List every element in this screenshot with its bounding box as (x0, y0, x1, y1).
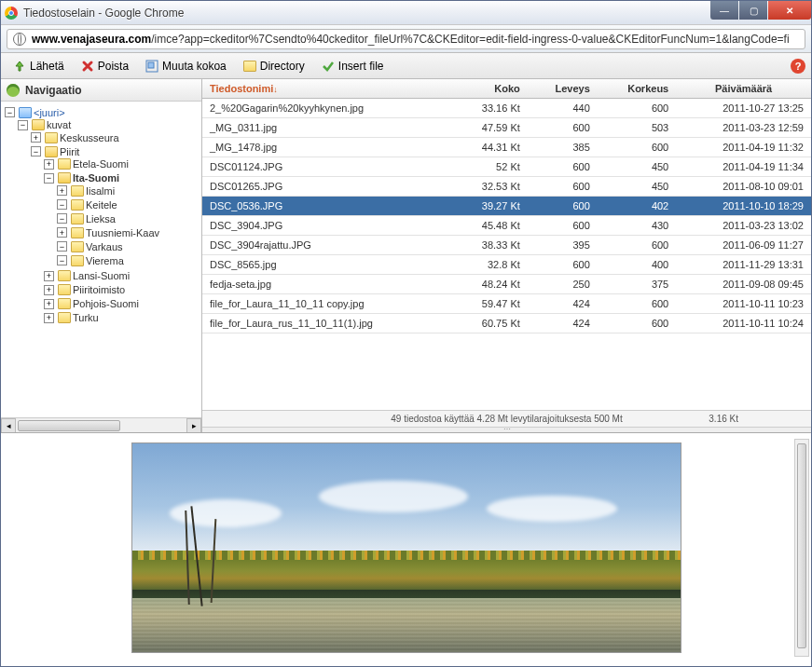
folder-icon (243, 60, 256, 73)
table-row[interactable]: DSC_8565.jpg32.8 Kt6004002011-11-29 13:3… (202, 255, 811, 275)
folder-icon (71, 241, 84, 252)
maximize-button[interactable]: ▢ (739, 1, 767, 20)
table-row[interactable]: file_for_Laura_rus_11_10_11(1).jpg60.75 … (202, 314, 811, 334)
folder-icon (71, 227, 84, 238)
tree-item-lieksa[interactable]: −Lieksa (57, 213, 201, 225)
table-row[interactable]: 2_%20Gagarin%20kyyhkynen.jpg33.16 Kt4406… (202, 99, 811, 118)
navigation-header: Navigaatio (1, 79, 201, 102)
table-row[interactable]: _MG_1478.jpg44.31 Kt3856002011-04-19 11:… (202, 138, 811, 157)
sort-ascending-icon: ↓ (273, 85, 278, 94)
tree-item-pohjois-suomi[interactable]: +Pohjois-Suomi (44, 298, 201, 309)
help-button[interactable]: ? (791, 59, 805, 74)
upload-button[interactable]: Lähetä (7, 57, 71, 75)
close-button[interactable]: ✕ (768, 1, 811, 20)
folder-icon (71, 199, 84, 211)
folder-icon (58, 312, 71, 323)
quota-status: 49 tiedostoa käyttää 4.28 Mt levytilaraj… (202, 410, 811, 427)
toolbar: Lähetä Poista Muuta kokoa Directory Inse… (1, 53, 811, 79)
tree-item-etela-suomi[interactable]: +Etela-Suomi (44, 158, 201, 170)
column-header-width[interactable]: Leveys (528, 79, 598, 99)
image-preview (1, 433, 811, 666)
delete-button[interactable]: Poista (75, 57, 135, 75)
minimize-button[interactable]: — (710, 1, 738, 20)
tree-item-iisalmi[interactable]: +Iisalmi (57, 185, 201, 197)
tree-item-keitele[interactable]: −Keitele (57, 199, 201, 211)
table-header-row: Tiedostonimi↓ Koko Leveys Korkeus Päiväm… (202, 79, 811, 99)
folder-open-icon (32, 119, 45, 130)
titlebar: Tiedostoselain - Google Chrome — ▢ ✕ (1, 1, 811, 25)
folder-icon (45, 132, 58, 143)
window-title: Tiedostoselain - Google Chrome (23, 7, 184, 20)
preview-image (131, 442, 681, 653)
tree-item-kuvat[interactable]: −kuvat (18, 119, 201, 130)
nav-horizontal-scrollbar[interactable]: ◂▸ (1, 417, 201, 432)
tree-item-piirit[interactable]: −Piirit (31, 146, 201, 157)
tree-item-piiritoimisto[interactable]: +Piiritoimisto (44, 284, 201, 295)
column-header-name[interactable]: Tiedostonimi↓ (202, 79, 453, 99)
check-icon (322, 60, 335, 73)
column-header-date[interactable]: Päivämäärä (676, 79, 811, 99)
resize-button[interactable]: Muuta kokoa (139, 57, 233, 75)
resize-icon (145, 60, 158, 73)
folder-icon (58, 270, 71, 281)
tree-item-vierema[interactable]: −Vierema (57, 255, 201, 266)
folder-icon (58, 284, 71, 295)
column-header-size[interactable]: Koko (453, 79, 528, 99)
folder-icon (58, 158, 71, 170)
table-row[interactable]: file_for_Laura_11_10_11 copy.jpg59.47 Kt… (202, 294, 811, 314)
table-row[interactable]: fedja-seta.jpg48.24 Kt2503752011-09-08 0… (202, 275, 811, 294)
folder-icon (71, 213, 84, 225)
delete-icon (81, 60, 94, 73)
file-list-panel: Tiedostonimi↓ Koko Leveys Korkeus Päiväm… (202, 79, 811, 432)
folder-icon (71, 255, 84, 266)
addressbar: www.venajaseura.com/imce?app=ckeditor%7C… (1, 25, 811, 53)
url-field[interactable]: www.venajaseura.com/imce?app=ckeditor%7C… (7, 29, 805, 49)
table-row[interactable]: DSC_3904.JPG45.48 Kt6004302011-03-23 13:… (202, 216, 811, 236)
tree-item-root[interactable]: −<juuri> (5, 107, 201, 118)
folder-icon (71, 185, 84, 197)
folder-tree[interactable]: −<juuri> −kuvat +Keskusseura −Piirit +Et… (1, 102, 201, 417)
tree-icon (7, 84, 20, 97)
tree-item-tuusniemi[interactable]: +Tuusniemi-Kaav (57, 227, 201, 238)
tree-item-keskusseura[interactable]: +Keskusseura (31, 132, 201, 143)
tree-item-varkaus[interactable]: −Varkaus (57, 241, 201, 252)
table-row[interactable]: DSC_0536.JPG39.27 Kt6004022011-10-10 18:… (202, 197, 811, 216)
folder-open-icon (45, 146, 58, 157)
insert-button[interactable]: Insert file (315, 57, 391, 75)
table-row[interactable]: DSC01124.JPG52 Kt6004502011-04-19 11:34 (202, 157, 811, 177)
table-row[interactable]: DSC01265.JPG32.53 Kt6004502011-08-10 09:… (202, 177, 811, 197)
folder-icon (19, 107, 32, 118)
svg-rect-1 (148, 62, 154, 68)
folder-open-icon (58, 172, 71, 184)
tree-item-turku[interactable]: +Turku (44, 312, 201, 323)
splitter-handle[interactable]: ⋯ (202, 427, 811, 432)
tree-item-ita-suomi[interactable]: −Ita-Suomi (44, 172, 201, 184)
file-table[interactable]: Tiedostonimi↓ Koko Leveys Korkeus Päiväm… (202, 79, 811, 334)
upload-icon (13, 60, 26, 73)
table-row[interactable]: _MG_0311.jpg47.59 Kt6005032011-03-23 12:… (202, 118, 811, 138)
table-row[interactable]: DSC_3904rajattu.JPG38.33 Kt3956002011-06… (202, 236, 811, 255)
navigation-panel: Navigaatio −<juuri> −kuvat +Keskusseura … (1, 79, 202, 432)
directory-button[interactable]: Directory (237, 57, 311, 75)
globe-icon (13, 33, 26, 46)
tree-item-lansi-suomi[interactable]: +Lansi-Suomi (44, 270, 201, 281)
column-header-height[interactable]: Korkeus (598, 79, 676, 99)
preview-vertical-scrollbar[interactable] (794, 439, 809, 657)
chrome-icon (5, 7, 18, 20)
folder-icon (58, 298, 71, 309)
